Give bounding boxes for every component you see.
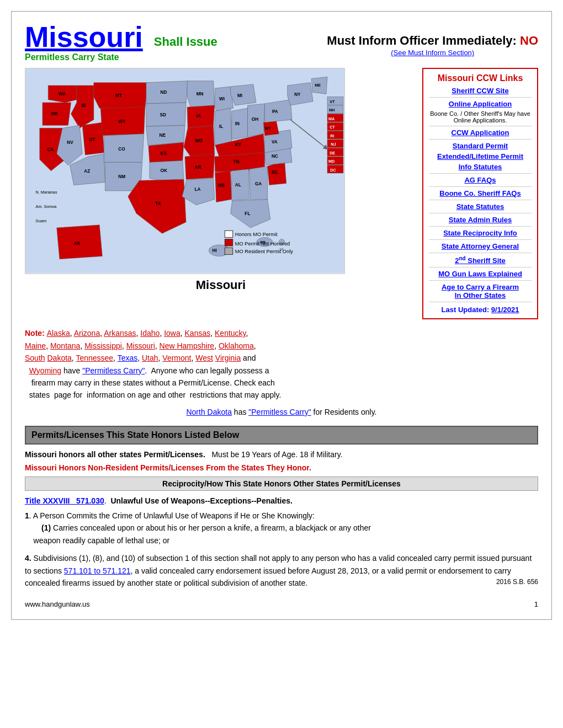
- age-carry-link[interactable]: Age to Carry a FirearmIn Other States: [429, 283, 532, 299]
- 2nd-sheriff-link[interactable]: 2nd Sheriff Site: [429, 255, 532, 265]
- statute-body: 1. A Person Commits the Crime of Unlawfu…: [25, 510, 538, 589]
- svg-text:HI: HI: [213, 248, 217, 253]
- nd-permitless-quote[interactable]: "Permitless Carry": [248, 408, 311, 416]
- svg-text:AK: AK: [74, 241, 81, 246]
- svg-text:TN: TN: [233, 159, 240, 164]
- svg-rect-62: [225, 248, 232, 254]
- header-row: Missouri Permitless Carry State Shall Is…: [25, 23, 538, 62]
- svg-text:VA: VA: [272, 140, 278, 144]
- nd-link[interactable]: North Dakota: [186, 408, 231, 416]
- state-PA: [264, 100, 292, 122]
- svg-text:TX: TX: [155, 201, 161, 206]
- note-utah[interactable]: Utah: [142, 354, 158, 362]
- boone-faqs-link[interactable]: Boone Co. Sheriff FAQs: [429, 189, 532, 197]
- us-map-svg: WA OR CA ID NV UT: [25, 68, 345, 274]
- svg-text:VT: VT: [330, 99, 335, 104]
- state-title[interactable]: Missouri: [25, 23, 143, 51]
- svg-text:MS: MS: [218, 183, 225, 188]
- note-idaho[interactable]: Idaho: [140, 329, 160, 338]
- svg-text:WV: WV: [264, 126, 271, 131]
- svg-text:GA: GA: [255, 181, 262, 186]
- non-resident-text: Missouri Honors Non-Resident Permits/Lic…: [25, 463, 538, 472]
- note-virginia[interactable]: Virginia: [215, 354, 241, 362]
- note-west[interactable]: West: [195, 354, 213, 362]
- mo-gun-laws-link[interactable]: MO Gun Laws Explained: [429, 270, 532, 278]
- shall-issue: Shall Issue: [154, 35, 217, 49]
- ag-faqs-link[interactable]: AG FAQs: [429, 176, 532, 184]
- item1-sub: (1) Carries concealed upon or about his …: [25, 523, 371, 544]
- note-alaska[interactable]: Alaska: [47, 329, 70, 338]
- footer: www.handgunlaw.us 1: [25, 600, 538, 608]
- svg-text:KS: KS: [161, 151, 167, 156]
- svg-text:N. Marianas: N. Marianas: [36, 190, 57, 195]
- statute-ref-link[interactable]: 571.101 to 571.121: [64, 566, 131, 575]
- last-updated-label: Last Updated:: [442, 306, 490, 314]
- note-maine[interactable]: Maine: [25, 341, 46, 350]
- note-kansas[interactable]: Kansas: [185, 329, 211, 338]
- recip-box: Reciprocity/How This State Honors Other …: [25, 477, 538, 491]
- info-statutes-link[interactable]: Info Statutes: [429, 163, 532, 171]
- must-inform-value: NO: [520, 34, 538, 47]
- note-mississippi[interactable]: Mississippi: [84, 341, 122, 350]
- svg-text:MO: MO: [195, 138, 203, 143]
- note-kentucky[interactable]: Kentucky: [215, 329, 246, 338]
- map-area: WA OR CA ID NV UT: [25, 68, 417, 319]
- svg-text:AR: AR: [195, 165, 201, 170]
- svg-text:OK: OK: [161, 168, 167, 173]
- recip-label: Reciprocity/How This State Honors Other …: [162, 479, 401, 488]
- note-tennessee[interactable]: Tennessee: [76, 354, 113, 362]
- state-ag-link[interactable]: State Attorney General: [429, 242, 532, 250]
- svg-text:Am. Somoa: Am. Somoa: [36, 204, 57, 209]
- svg-text:KY: KY: [235, 142, 242, 147]
- ccw-app-link[interactable]: CCW Application: [429, 129, 532, 137]
- note-south-dakota-2[interactable]: Dakota: [47, 354, 71, 362]
- note-missouri[interactable]: Missouri: [126, 341, 155, 350]
- svg-rect-60: [225, 239, 232, 246]
- svg-text:ME: ME: [315, 83, 321, 88]
- note-new-hampshire[interactable]: New Hampshire: [160, 341, 215, 350]
- svg-text:UT: UT: [89, 137, 95, 142]
- standard-permit-link[interactable]: Standard Permit: [429, 142, 532, 150]
- statute-link[interactable]: Title XXXVIII 571.030: [25, 496, 104, 505]
- map-state-label: Missouri: [25, 278, 417, 292]
- footer-website: www.handgunlaw.us: [25, 600, 90, 608]
- svg-text:MD: MD: [328, 159, 334, 164]
- see-must-inform-link[interactable]: (See Must Inform Section): [391, 49, 474, 57]
- svg-text:RI: RI: [330, 133, 334, 138]
- svg-text:AZ: AZ: [84, 169, 90, 174]
- extended-permit-link[interactable]: Extended/Lifetime Permit: [429, 152, 532, 160]
- note-arizona[interactable]: Arizona: [74, 329, 100, 338]
- svg-text:NM: NM: [118, 174, 125, 179]
- svg-text:Guam: Guam: [36, 218, 47, 223]
- svg-text:OR: OR: [51, 111, 57, 116]
- online-app-note: Boone Co. / Other Sheriff's May have Onl…: [429, 110, 532, 124]
- note-south-dakota[interactable]: South: [25, 354, 45, 362]
- state-statutes-link[interactable]: State Statutes: [429, 202, 532, 211]
- svg-text:NY: NY: [294, 92, 301, 97]
- svg-text:OH: OH: [252, 117, 258, 122]
- note-montana[interactable]: Montana: [50, 341, 80, 350]
- note-oklahoma[interactable]: Oklahoma: [219, 341, 254, 350]
- note-wyoming[interactable]: Wyoming: [29, 366, 61, 375]
- state-admin-link[interactable]: State Admin Rules: [429, 216, 532, 224]
- note-iowa[interactable]: Iowa: [164, 329, 180, 338]
- svg-text:MI: MI: [237, 93, 242, 98]
- note-texas[interactable]: Texas: [118, 354, 138, 362]
- issue-info: Shall Issue: [154, 29, 217, 49]
- permits-text: Missouri honors all other states Permit/…: [25, 450, 538, 589]
- svg-text:AL: AL: [235, 183, 241, 188]
- permitless-label: Permitless Carry State: [25, 52, 143, 62]
- note-permitless-quote[interactable]: "Permitless Carry": [82, 366, 145, 375]
- svg-text:MO Permit Not Honored: MO Permit Not Honored: [235, 241, 290, 247]
- svg-text:MT: MT: [115, 93, 122, 98]
- state-MI: [231, 84, 256, 105]
- note-vermont[interactable]: Vermont: [162, 354, 191, 362]
- sheriff-ccw-link[interactable]: Sheriff CCW Site: [429, 87, 532, 95]
- note-arkansas[interactable]: Arkansas: [104, 329, 136, 338]
- svg-text:ID: ID: [81, 103, 86, 108]
- svg-text:WA: WA: [59, 92, 66, 97]
- svg-text:NH: NH: [329, 108, 334, 113]
- svg-text:MO Resident Permit Only: MO Resident Permit Only: [235, 249, 293, 254]
- state-recip-link[interactable]: State Reciprocity Info: [429, 229, 532, 237]
- online-app-link[interactable]: Online Application: [429, 100, 532, 108]
